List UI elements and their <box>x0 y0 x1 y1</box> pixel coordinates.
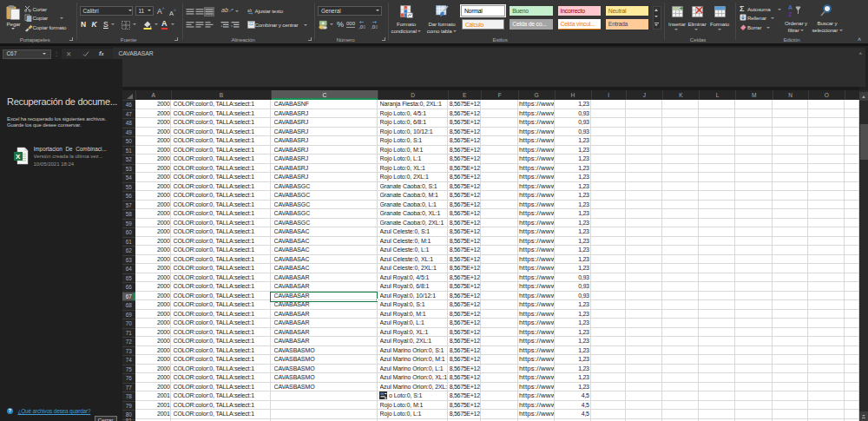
svg-text:0: 0 <box>364 24 366 29</box>
svg-text:Z: Z <box>788 11 792 17</box>
svg-text:0: 0 <box>375 24 378 29</box>
svg-text:X: X <box>16 153 21 161</box>
svg-text:A: A <box>788 4 792 10</box>
svg-text:ab: ab <box>247 8 253 12</box>
